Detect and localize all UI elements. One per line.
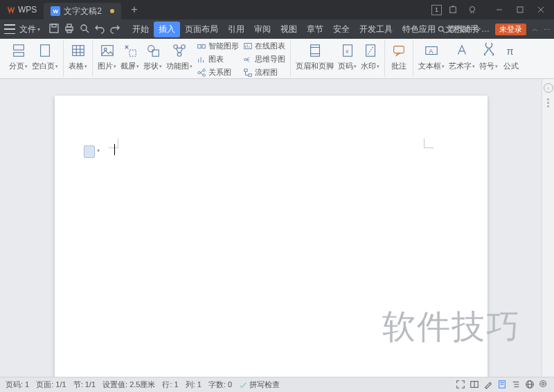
reading-view-icon[interactable]	[470, 380, 479, 391]
side-handle-icon[interactable]	[547, 98, 549, 107]
section-chip-icon[interactable]	[84, 145, 95, 158]
menu-tab-5[interactable]: 视图	[276, 21, 302, 37]
status-setting[interactable]: 设置值: 2.5厘米	[102, 380, 155, 390]
svg-point-42	[244, 58, 247, 61]
svg-rect-14	[13, 45, 24, 50]
relation-button[interactable]: 关系图	[197, 66, 239, 78]
svg-point-35	[198, 71, 201, 74]
status-col[interactable]: 列: 1	[186, 380, 202, 390]
online-chart-button[interactable]: 在线图表	[243, 40, 285, 52]
doc-icon	[51, 6, 60, 16]
side-panel: ‹	[542, 79, 554, 377]
smartart-big-button[interactable]: 功能图▾	[164, 40, 195, 73]
menu-tab-8[interactable]: 开发工具	[355, 21, 397, 37]
login-badge[interactable]: 未登录	[495, 24, 526, 35]
menu-tab-2[interactable]: 页面布局	[180, 21, 223, 37]
wps-logo[interactable]: WPS	[0, 0, 44, 19]
menu-bar: 文件▾ 开始插入页面布局引用审阅视图章节安全开发工具特色应用文档助手 查找命令……	[0, 19, 554, 39]
svg-rect-5	[50, 24, 58, 33]
wordart-button[interactable]: 艺术字▾	[447, 40, 477, 73]
menu-tab-3[interactable]: 引用	[223, 21, 249, 37]
symbol-button[interactable]: 符号▾	[477, 40, 500, 73]
web-view-icon[interactable]	[525, 380, 535, 391]
margin-corner-icon	[106, 136, 118, 148]
file-menu[interactable]: 文件▾	[19, 24, 40, 35]
menu-tab-1[interactable]: 插入	[154, 21, 180, 37]
side-close-icon[interactable]: ‹	[544, 83, 553, 93]
chart-button[interactable]: 图表	[197, 53, 239, 65]
document-area[interactable]: 软件技巧	[0, 79, 542, 377]
maximize-button[interactable]	[510, 0, 530, 19]
header-footer-button[interactable]: 页眉和页脚	[294, 40, 336, 73]
feedback-icon[interactable]	[464, 1, 481, 18]
minimize-button[interactable]	[489, 0, 510, 19]
outline-view-icon[interactable]	[511, 380, 521, 391]
flowchart-button[interactable]: 流程图	[243, 66, 285, 78]
status-page-no[interactable]: 页码: 1	[6, 380, 29, 390]
svg-rect-53	[366, 45, 375, 57]
screenshot-button[interactable]: 截屏▾	[118, 40, 141, 73]
status-page[interactable]: 页面: 1/1	[36, 380, 66, 390]
page-break-button[interactable]: 分页▾	[7, 40, 30, 73]
svg-line-13	[443, 30, 445, 33]
svg-rect-24	[129, 50, 136, 56]
skin-icon[interactable]	[445, 1, 461, 18]
preview-icon[interactable]	[79, 23, 90, 36]
zoom-icon[interactable]	[539, 380, 548, 391]
page-view-icon[interactable]	[497, 380, 507, 391]
smartart-button[interactable]: 智能图形	[197, 40, 239, 52]
svg-line-45	[247, 60, 249, 62]
table-button[interactable]: 表格▾	[66, 40, 89, 73]
page-number-button[interactable]: #页码▾	[336, 40, 359, 73]
command-search[interactable]: 查找命令…	[437, 24, 490, 35]
svg-text:#: #	[346, 48, 349, 55]
svg-point-37	[203, 73, 206, 76]
textbox-button[interactable]: A文本框▾	[416, 40, 447, 73]
collapse-ribbon-icon[interactable]: ︿	[532, 24, 538, 34]
ribbon-insert: 分页▾ 空白页▾ 表格▾ 图片▾ 截屏▾ 形状▾ 功能图▾ 智能图形 图表 关系…	[0, 39, 554, 79]
svg-rect-47	[249, 73, 251, 76]
svg-rect-30	[198, 44, 201, 48]
svg-rect-55	[394, 46, 404, 53]
blank-page-button[interactable]: 空白页▾	[30, 40, 60, 73]
status-row[interactable]: 行: 1	[162, 380, 178, 390]
counter-badge[interactable]: 1	[431, 5, 442, 15]
mindmap-button[interactable]: 思维导图	[243, 53, 285, 65]
margin-corner-icon	[424, 136, 436, 148]
shapes-button[interactable]: 形状▾	[141, 40, 164, 73]
options-icon[interactable]: ⋯	[544, 26, 550, 33]
svg-point-10	[81, 25, 87, 30]
menu-tab-6[interactable]: 章节	[302, 21, 328, 37]
redo-icon[interactable]	[109, 23, 120, 36]
menu-tab-0[interactable]: 开始	[127, 21, 154, 37]
menu-tab-9[interactable]: 特色应用	[397, 21, 440, 37]
watermark-button[interactable]: 水印▾	[359, 40, 382, 73]
svg-point-36	[203, 69, 206, 71]
svg-point-12	[438, 26, 443, 31]
svg-point-29	[177, 53, 181, 57]
status-section[interactable]: 节: 1/1	[73, 380, 96, 390]
close-button[interactable]	[530, 0, 551, 19]
page[interactable]	[55, 96, 488, 377]
svg-rect-16	[41, 45, 50, 57]
menu-tab-7[interactable]: 安全	[328, 21, 355, 37]
svg-rect-17	[72, 46, 84, 56]
picture-button[interactable]: 图片▾	[96, 40, 118, 73]
menu-tab-4[interactable]: 审阅	[249, 21, 276, 37]
status-spell[interactable]: 拼写检查	[239, 380, 280, 390]
edit-view-icon[interactable]	[483, 380, 493, 391]
status-words[interactable]: 字数: 0	[208, 380, 232, 390]
save-icon[interactable]	[48, 23, 60, 36]
comment-button[interactable]: 批注	[388, 40, 410, 73]
fullscreen-icon[interactable]	[456, 380, 465, 391]
svg-rect-31	[202, 44, 205, 48]
status-bar: 页码: 1 页面: 1/1 节: 1/1 设置值: 2.5厘米 行: 1 列: …	[0, 377, 554, 392]
print-icon[interactable]	[64, 23, 75, 36]
hamburger-icon[interactable]	[4, 24, 15, 34]
text-cursor	[114, 144, 116, 155]
equation-button[interactable]: π公式	[500, 40, 522, 73]
document-tab[interactable]: 文字文稿2	[44, 3, 121, 19]
undo-icon[interactable]	[94, 23, 105, 36]
new-tab-button[interactable]: +	[125, 1, 143, 19]
svg-rect-9	[67, 30, 71, 33]
